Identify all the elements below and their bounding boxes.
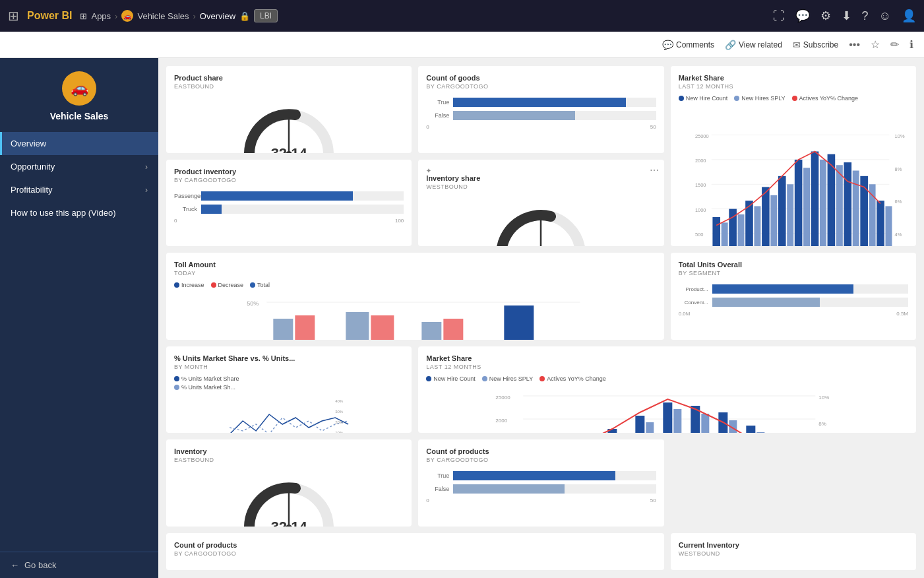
svg-text:4%: 4% [894,232,902,238]
svg-text:10%: 10% [894,133,904,139]
card-menu-icon[interactable]: ⋯ [650,165,659,176]
bar-fill-truck [201,205,222,214]
bar-true-cp: True [426,471,656,480]
sidebar: 🚗 Vehicle Sales Overview Opportunity › P… [0,58,158,578]
bar-conveni: Conveni... [679,298,908,307]
svg-rect-26 [877,201,884,246]
bar-track-false-cp [453,484,656,494]
svg-text:1000: 1000 [695,207,706,213]
bar-track-product [712,284,908,294]
axis-max-units: 0.5M [896,311,908,317]
bar-track-true-cp [453,471,656,480]
go-back-button[interactable]: ← Go back [11,560,148,570]
edit-icon[interactable]: ✏ [890,38,899,51]
sidebar-item-opportunity[interactable]: Opportunity › [0,155,158,178]
svg-text:6%: 6% [894,199,902,205]
svg-rect-37 [885,206,892,246]
axis-min-cp: 0 [426,498,429,503]
count-products-title: Count of products [426,447,656,455]
legend-increase: Increase [174,282,204,288]
legend-actives: Actives YoY% Change [792,95,859,102]
bar-label-true-cp: True [426,472,449,479]
sidebar-item-video[interactable]: How to use this app (Video) [0,201,158,224]
legend2-dot-new-hire [426,376,431,381]
legend2-label-actives: Actives YoY% Change [547,375,606,382]
bar-fill-product [712,284,853,294]
view-related-button[interactable]: 🔗 View related [725,40,782,50]
legend-new-hires-sply: New Hires SPLY [734,95,785,102]
inventory-share-card: ⋯ ✦ Inventory share WESTBOUND 43.60 0.00… [418,160,663,247]
pct-units-title: % Units Market Share vs. % Units... [174,354,404,362]
count-goods-chart: True False 0 50 [426,95,656,133]
svg-text:500: 500 [695,232,703,238]
bar-fill-false-cp [453,484,565,494]
toll-subtitle: TODAY [174,270,656,276]
overview-breadcrumb: Overview [200,11,235,21]
pct-units-subtitle: BY MONTH [174,364,404,370]
count-of-goods-card: Count of goods BY CARGOODTOGO True False… [418,66,663,153]
svg-rect-34 [836,165,843,246]
info-icon[interactable]: ℹ [909,38,913,51]
axis-min: 0 [426,124,429,130]
comments-icon: 💬 [662,40,673,50]
bar-fill-false [453,111,574,120]
vehicle-sales-link[interactable]: Vehicle Sales [137,11,189,21]
user-icon[interactable]: 👤 [902,9,916,23]
legend-label-new-hire: New Hire Count [686,95,728,102]
settings-icon[interactable]: ⚙ [820,9,831,23]
arrow-left-icon: ← [11,560,19,570]
help-icon[interactable]: ? [862,9,869,23]
svg-rect-29 [754,206,760,246]
toll-title: Toll Amount [174,261,656,269]
axis-max: 50 [650,124,656,130]
hbar-axis: 0 50 [426,124,656,130]
svg-text:25000: 25000 [695,133,709,139]
inventory-gauge: 32.14 [174,468,404,527]
count-products2-subtitle: BY CARGOODTOGO [174,550,656,557]
total-units-subtitle: BY SEGMENT [679,270,908,276]
comment-icon[interactable]: 💬 [795,9,810,23]
top-nav-right: ⛶ 💬 ⚙ ⬇ ? ☺ 👤 [773,9,916,23]
legend-label-pct2: % Units Market Sh... [181,384,235,391]
market-share2-legend: New Hire Count New Hires SPLY Actives Yo… [426,375,908,382]
bar-label-passenger: Passenger [174,193,197,199]
total-units-card: Total Units Overall BY SEGMENT Product..… [671,253,916,340]
apps-link[interactable]: Apps [91,11,111,21]
sidebar-item-profitability[interactable]: Profitability › [0,178,158,201]
gauge-value-3: 32.14 [271,519,307,527]
svg-text:8%: 8% [819,421,827,427]
bar-track-false [453,111,656,120]
toll-legend: Increase Decrease Total [174,282,656,288]
market-share-bottom-subtitle: LAST 12 MONTHS [426,364,908,370]
bar-label-true: True [426,99,449,106]
lock-icon: 🔒 [239,11,250,21]
svg-rect-61 [504,305,534,340]
bookmark-icon[interactable]: ☆ [871,38,880,51]
bar-label-product: Product... [679,286,708,292]
view-related-icon: 🔗 [725,40,736,50]
gauge-svg-2 [488,199,594,247]
product-share-title: Product share [174,74,404,82]
bar-label-false: False [426,112,449,119]
download-icon[interactable]: ⬇ [842,9,851,23]
sidebar-item-overview[interactable]: Overview [0,132,158,155]
bar-track-truck [201,205,404,214]
count-goods-title: Count of goods [426,74,656,82]
subscribe-button[interactable]: ✉ Subscribe [793,40,838,50]
content-area: Product share EASTBOUND 32.14 0.00 50.00… [158,58,924,578]
svg-text:2000: 2000 [496,418,508,424]
more-options-icon[interactable]: ••• [849,39,860,51]
grid-icon[interactable]: ⊞ [8,8,19,24]
fullscreen-icon[interactable]: ⛶ [773,9,785,23]
market-share-subtitle: LAST 12 MONTHS [679,83,908,90]
toll-chart-svg: 50% 0% <30 30-49 50+ Total [174,292,656,340]
svg-rect-20 [778,176,786,246]
bar-fill-conveni [712,298,820,307]
emoji-icon[interactable]: ☺ [879,9,891,23]
inventory-share-gauge: 43.60 [426,195,656,247]
count-products2-card: Count of products BY CARGOODTOGO [166,533,664,570]
comments-button[interactable]: 💬 Comments [662,40,714,50]
legend2-dot-actives [539,376,545,381]
hbar-axis-inventory: 0 100 [174,218,404,224]
sidebar-nav: Overview Opportunity › Profitability › H… [0,132,158,552]
